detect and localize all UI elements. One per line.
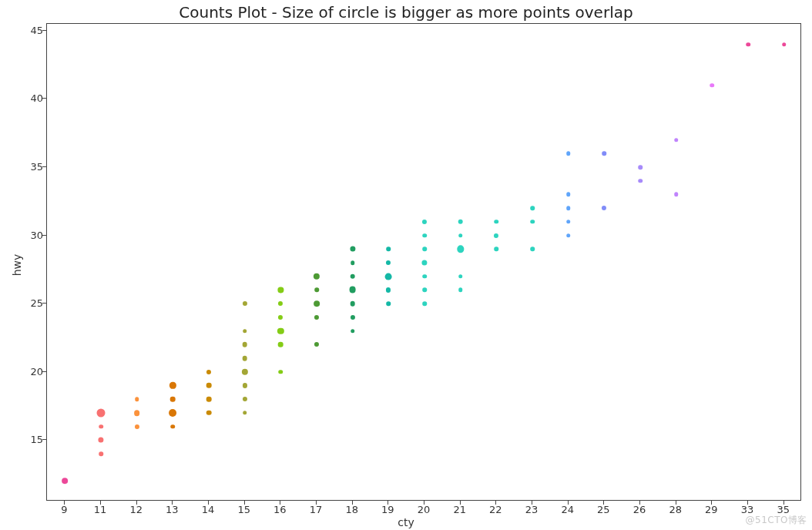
data-point: [314, 300, 320, 307]
data-point: [422, 288, 427, 293]
data-point: [387, 301, 391, 306]
x-tick-label: 9: [61, 504, 67, 515]
data-point: [278, 342, 284, 347]
x-axis-label: cty: [0, 516, 812, 528]
data-point: [243, 397, 247, 401]
x-tick-label: 16: [273, 504, 287, 515]
data-point: [278, 287, 284, 293]
data-point: [710, 83, 715, 88]
y-tick-label: 25: [12, 297, 43, 309]
data-point: [495, 220, 499, 224]
data-point: [349, 287, 356, 294]
data-point: [746, 42, 750, 47]
x-tick-label: 17: [310, 504, 323, 515]
data-point: [350, 247, 355, 252]
x-tick-label: 21: [453, 504, 466, 515]
x-tick-label: 13: [166, 504, 179, 515]
y-tick-label: 15: [12, 434, 43, 445]
data-point: [386, 287, 391, 292]
data-point: [351, 329, 355, 334]
data-point: [169, 382, 176, 388]
data-point: [494, 233, 498, 238]
chart-title: Counts Plot - Size of circle is bigger a…: [0, 3, 812, 22]
data-point: [314, 273, 320, 280]
data-point: [314, 342, 319, 347]
y-tick-label: 45: [12, 24, 43, 35]
data-point: [206, 370, 211, 374]
data-point: [97, 408, 106, 417]
data-point: [206, 411, 212, 416]
data-point: [422, 274, 427, 279]
data-point: [206, 383, 212, 388]
data-point: [566, 206, 571, 210]
data-point: [458, 274, 463, 279]
data-point: [638, 179, 643, 183]
x-tick-label: 14: [202, 504, 215, 515]
x-tick-label: 19: [381, 504, 394, 515]
data-point: [279, 370, 284, 374]
data-point: [243, 411, 247, 415]
data-point: [134, 410, 140, 416]
x-tick-label: 20: [418, 504, 431, 515]
watermark: @51CTO博客: [746, 514, 807, 527]
x-tick-label: 24: [561, 504, 574, 515]
data-point: [422, 220, 427, 224]
data-point: [421, 260, 427, 265]
data-point: [386, 260, 391, 265]
data-point: [99, 451, 103, 456]
data-point: [169, 409, 176, 417]
data-point: [135, 424, 139, 429]
data-point: [278, 301, 283, 306]
plot-area: [46, 23, 801, 501]
data-point: [98, 438, 103, 443]
x-tick-label: 25: [597, 504, 610, 515]
y-axis-label: hwy: [11, 254, 23, 277]
figure: Counts Plot - Size of circle is bigger a…: [0, 0, 812, 530]
x-tick-label: 26: [633, 504, 646, 515]
data-point: [458, 288, 463, 293]
x-tick-label: 12: [129, 504, 143, 515]
data-point: [674, 193, 679, 197]
data-point: [422, 301, 427, 306]
data-point: [135, 397, 139, 401]
data-point: [170, 397, 176, 402]
data-point: [242, 356, 247, 361]
data-point: [314, 288, 319, 293]
data-point: [458, 220, 463, 225]
data-point: [171, 424, 176, 429]
data-point: [566, 152, 571, 156]
data-point: [422, 247, 427, 252]
data-point: [782, 42, 787, 47]
data-point: [387, 247, 391, 252]
data-point: [530, 247, 535, 252]
data-point: [495, 247, 499, 252]
data-point: [243, 301, 247, 306]
data-point: [674, 138, 679, 143]
data-point: [638, 165, 643, 169]
data-point: [242, 369, 248, 375]
data-point: [277, 327, 284, 334]
data-point: [243, 383, 247, 387]
data-point: [314, 315, 319, 320]
data-point: [530, 206, 535, 210]
x-tick-label: 29: [705, 504, 718, 515]
y-tick-label: 35: [12, 161, 43, 173]
x-tick-label: 11: [94, 504, 107, 515]
data-point: [602, 152, 607, 156]
data-point: [566, 220, 571, 224]
y-tick-label: 20: [12, 365, 43, 377]
data-point: [351, 315, 355, 320]
data-point: [457, 246, 464, 253]
x-tick-label: 23: [525, 504, 539, 515]
data-point: [385, 273, 392, 280]
data-point: [62, 478, 68, 485]
data-point: [566, 193, 571, 197]
data-point: [566, 233, 571, 238]
x-tick-label: 18: [345, 504, 358, 515]
data-point: [99, 424, 103, 429]
data-point: [422, 233, 427, 238]
x-tick-label: 22: [489, 504, 502, 515]
data-point: [351, 260, 355, 265]
data-point: [243, 329, 247, 334]
x-tick-label: 15: [237, 504, 250, 515]
